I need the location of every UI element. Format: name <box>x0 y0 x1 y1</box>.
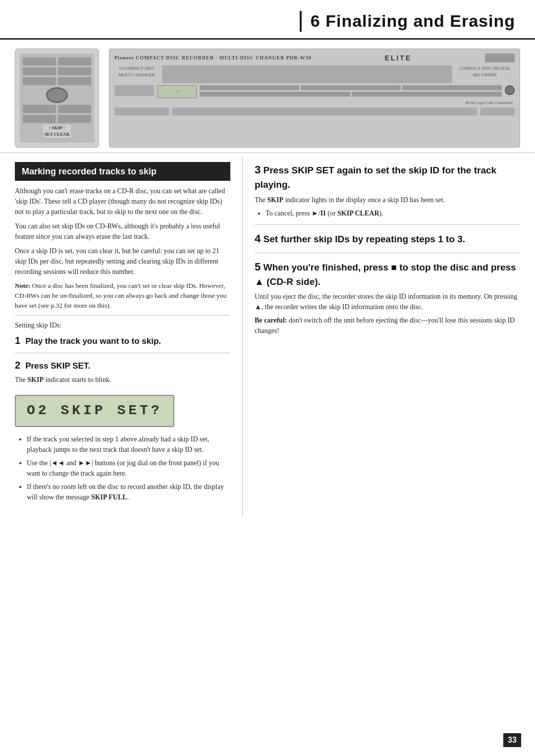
be-careful-label: Be careful: <box>255 317 287 324</box>
device-btn-4 <box>58 67 91 75</box>
page-number: 33 <box>503 733 521 747</box>
note-label: Note: <box>15 282 30 289</box>
device-btn-5 <box>23 77 56 85</box>
device-btn-grid-top <box>23 57 91 85</box>
right-divider-2 <box>255 253 520 253</box>
section-para3: Once a skip ID is set, you can clear it,… <box>15 246 230 277</box>
device-btn-3 <box>23 67 56 75</box>
device-jog-dial <box>46 87 68 103</box>
device-left-image: ↑ SKIP ↑SET CLEAR <box>15 49 99 148</box>
device-image-area: ↑ SKIP ↑SET CLEAR Pioneer COMPACT DISC R… <box>0 40 535 153</box>
step2-bullet-3: If there's no room left on the disc to r… <box>27 482 230 502</box>
device-ctrl-row1 <box>200 85 502 90</box>
device-btn-2 <box>58 57 91 65</box>
right-divider-1 <box>255 224 520 225</box>
device-lcd: - - - <box>157 85 197 98</box>
device-top-bar: Pioneer COMPACT DISC RECORDER · MULTI-DI… <box>114 53 515 63</box>
step3-label: Press SKIP SET again to set the skip ID … <box>255 165 496 190</box>
skip-full-bold: SKIP FULL <box>91 493 127 501</box>
step1-label: Play the track you want to to skip. <box>25 335 161 348</box>
right-column: 3 Press SKIP SET again to set the skip I… <box>243 157 535 516</box>
elite-brand-text: ELITE <box>384 53 412 63</box>
section-heading: Marking recorded tracks to skip <box>15 162 230 181</box>
setting-skip-ids-label: Setting skip IDs: <box>15 321 230 330</box>
lcd-display: O2 SKIP SET? <box>15 395 174 427</box>
step2-body: The SKIP indicator starts to blink. <box>15 375 230 385</box>
step2-bullet-1: If the track you selected in step 1 abov… <box>27 434 230 455</box>
device-btn-7 <box>23 105 56 113</box>
device-left-inner: ↑ SKIP ↑SET CLEAR <box>20 54 94 143</box>
step2-number: 2 <box>15 358 20 373</box>
step3-number: 3 <box>255 163 261 176</box>
page-title: 6 Finalizing and Erasing <box>311 9 515 33</box>
device-section-2: - - - <box>114 85 515 98</box>
step4-heading: 4 Set further skip IDs by repeating step… <box>255 231 520 247</box>
ctrl-4 <box>200 92 350 97</box>
step2-heading: 2 Press SKIP SET. <box>15 358 230 373</box>
device-panel-1 <box>162 65 452 83</box>
ctrl-3 <box>402 85 502 90</box>
step4-label: Set further skip IDs by repeating steps … <box>264 234 466 244</box>
step5-label: When you're finished, press ■ to stop th… <box>255 262 516 287</box>
step5-number: 5 <box>255 261 261 273</box>
skip-clear-bold: SKIP CLEAR <box>337 210 379 217</box>
device-btn-grid-bottom <box>23 105 91 123</box>
pause-bold: II <box>321 210 326 217</box>
cd-digital-label: COMPACT DISC DIGITAL RECORDER <box>455 65 515 78</box>
step3-bullet-1: To cancel, press ►/II (or SKIP CLEAR). <box>266 208 520 218</box>
ctrl-1 <box>200 85 299 90</box>
changer-label: 3-COMPACT DISC MULTI CHANGER <box>114 65 159 78</box>
main-content: Marking recorded tracks to skip Although… <box>0 157 535 516</box>
step3-bullet-list: To cancel, press ►/II (or SKIP CLEAR). <box>255 208 520 218</box>
step2-bullet-2: Use the |◄◄ and ►►| buttons (or jog dial… <box>27 458 230 479</box>
step5-body1: Until you eject the disc, the recorder s… <box>255 291 520 312</box>
device-btn-1 <box>23 57 56 65</box>
step3-body: The SKIP indicator lights in the display… <box>255 195 520 205</box>
section-para1: Although you can't erase tracks on a CD-… <box>15 186 230 217</box>
pioneer-brand-text: Pioneer COMPACT DISC RECORDER · MULTI-DI… <box>114 54 312 62</box>
step5-be-careful: Be careful: don't switch off the unit be… <box>255 315 520 336</box>
open-close-btn <box>485 54 515 62</box>
device-right-image: Pioneer COMPACT DISC RECORDER · MULTI-DI… <box>109 49 520 148</box>
step3-heading: 3 Press SKIP SET again to set the skip I… <box>255 162 520 191</box>
step2-bullet-list: If the track you selected in step 1 abov… <box>15 434 230 502</box>
note-body: Once a disc has been finalized, you can'… <box>15 282 226 309</box>
bottom-panel-3 <box>480 108 515 115</box>
device-btn-8 <box>58 105 91 113</box>
left-column: Marking recorded tracks to skip Although… <box>0 157 243 516</box>
skip-label: ↑ SKIP ↑SET CLEAR <box>42 124 72 139</box>
step2-label: Press SKIP SET. <box>25 360 90 373</box>
divider-1 <box>15 315 230 316</box>
section-para2: You can also set skip IDs on CD-RWs, alt… <box>15 221 230 242</box>
bottom-panel-2 <box>172 108 477 115</box>
ctrl-2 <box>301 85 400 90</box>
device-btn-9 <box>23 115 56 123</box>
step1-number: 1 <box>15 333 20 348</box>
link-label: 40-bit Logic Link Connection <box>114 100 515 106</box>
step4-number: 4 <box>255 232 261 245</box>
device-left-panel <box>114 85 154 96</box>
device-btn-10 <box>58 115 91 123</box>
device-section-1: 3-COMPACT DISC MULTI CHANGER COMPACT DIS… <box>114 65 515 83</box>
device-btn-6 <box>58 77 91 85</box>
skip-bold-3: SKIP <box>267 196 283 204</box>
page-header: 6 Finalizing and Erasing <box>0 0 535 40</box>
device-ctrl-row2 <box>200 92 502 97</box>
step5-heading: 5 When you're finished, press ■ to stop … <box>255 259 520 288</box>
header-accent-line <box>300 11 302 32</box>
device-bottom-row <box>114 108 515 115</box>
ctrl-5 <box>352 92 502 97</box>
device-knob <box>505 85 515 95</box>
note-paragraph: Note: Once a disc has been finalized, yo… <box>15 281 230 310</box>
divider-2 <box>15 353 230 353</box>
skip-bold: SKIP <box>27 376 44 383</box>
device-right-inner: Pioneer COMPACT DISC RECORDER · MULTI-DI… <box>109 49 520 147</box>
bottom-panel-1 <box>114 108 169 115</box>
device-right-controls <box>200 85 502 97</box>
step5-body2: don't switch off the unit before ejectin… <box>255 317 515 334</box>
step1-heading: 1 Play the track you want to to skip. <box>15 333 230 348</box>
